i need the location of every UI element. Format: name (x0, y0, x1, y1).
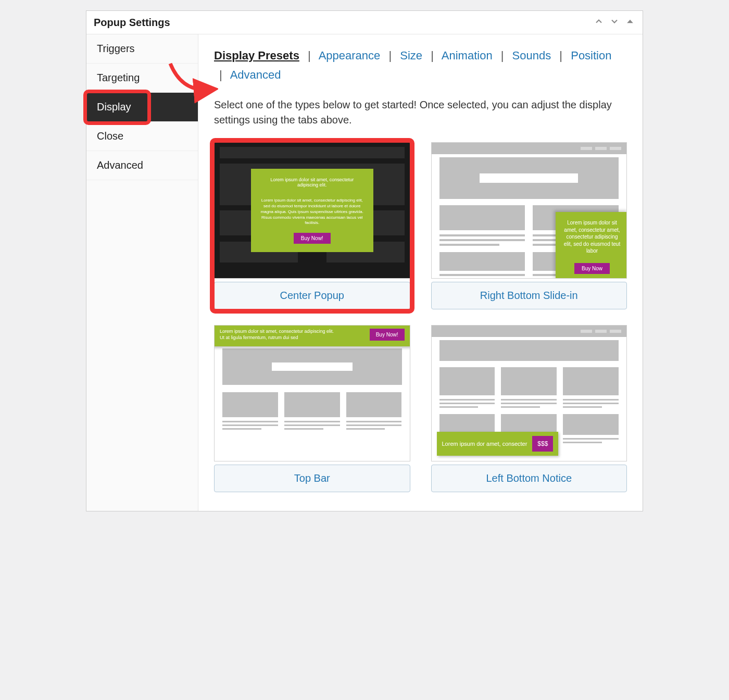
panel-body: Triggers Targeting Display Close Advance… (86, 34, 643, 511)
collapse-icon[interactable] (625, 16, 635, 29)
preset-label-button[interactable]: Center Popup (214, 282, 410, 309)
preview-buy-button: Buy Now (574, 263, 610, 274)
preset-left-bottom-notice[interactable]: Lorem ipsum dor amet, consecter $$$ Left… (431, 325, 627, 492)
tab-size[interactable]: Size (400, 49, 422, 62)
display-subtabs: Display Presets | Appearance | Size | An… (214, 46, 627, 85)
preset-label-button[interactable]: Right Bottom Slide-in (431, 282, 627, 309)
svg-marker-0 (627, 20, 633, 23)
sidebar-item-triggers[interactable]: Triggers (86, 34, 198, 64)
preview-body: Lorem ipsum dor amet, consecter (442, 440, 527, 447)
tab-animation[interactable]: Animation (442, 49, 493, 62)
preset-preview: Lorem ipsum dor amet, consecter $$$ (431, 325, 627, 461)
sidebar-item-close[interactable]: Close (86, 122, 198, 151)
preset-center-popup[interactable]: Lorem ipsum dolor sit amet, consectetur … (214, 142, 410, 309)
preset-right-bottom-slidein[interactable]: Lorem ipsum dolor sit amet, consectetur … (431, 142, 627, 309)
preview-body: Lorem ipsum dolor sit amet, consectetur … (260, 198, 364, 226)
tab-position[interactable]: Position (571, 49, 611, 62)
sidebar-item-label: Display (97, 101, 131, 113)
sidebar-item-label: Targeting (97, 72, 140, 83)
chevron-down-icon[interactable] (609, 16, 620, 29)
tab-appearance[interactable]: Appearance (319, 49, 381, 62)
panel-title: Popup Settings (94, 17, 170, 29)
preview-line1: Lorem ipsum dolor sit amet, consectetur … (220, 329, 334, 335)
content-area: Display Presets | Appearance | Size | An… (198, 34, 643, 511)
sidebar-item-label: Close (97, 130, 123, 142)
sidebar-item-targeting[interactable]: Targeting (86, 64, 198, 93)
sidebar-item-label: Triggers (97, 43, 135, 54)
settings-sidebar: Triggers Targeting Display Close Advance… (86, 34, 198, 511)
preview-body: Lorem ipsum dolor sit amet, consectetur … (562, 219, 622, 255)
preview-buy-button: Buy Now! (294, 233, 331, 244)
sidebar-item-label: Advanced (97, 159, 143, 171)
sidebar-item-display[interactable]: Display (86, 93, 198, 122)
preset-description: Select one of the types below to get sta… (214, 97, 627, 128)
preview-buy-button: Buy Now! (370, 329, 405, 341)
tab-display-presets[interactable]: Display Presets (214, 49, 299, 62)
tab-sounds[interactable]: Sounds (512, 49, 551, 62)
preview-price-icon: $$$ (532, 436, 553, 452)
panel-header: Popup Settings (86, 11, 643, 34)
preset-preview: Lorem ipsum dolor sit amet, consectetur … (214, 325, 410, 461)
preset-label-button[interactable]: Left Bottom Notice (431, 465, 627, 492)
preview-heading: Lorem ipsum dolor sit amet, consectetur … (260, 177, 364, 188)
preset-grid: Lorem ipsum dolor sit amet, consectetur … (214, 142, 627, 492)
preset-preview: Lorem ipsum dolor sit amet, consectetur … (431, 142, 627, 279)
preset-label-button[interactable]: Top Bar (214, 465, 410, 492)
popup-settings-panel: Popup Settings Triggers Targeting Displa (86, 10, 643, 511)
tab-advanced[interactable]: Advanced (230, 68, 281, 81)
preview-line2: Ut at ligula fermentum, rutrum dui sed (220, 335, 334, 341)
chevron-up-icon[interactable] (594, 16, 604, 29)
preset-top-bar[interactable]: Lorem ipsum dolor sit amet, consectetur … (214, 325, 410, 492)
preset-preview: Lorem ipsum dolor sit amet, consectetur … (214, 142, 410, 279)
sidebar-item-advanced[interactable]: Advanced (86, 151, 198, 180)
